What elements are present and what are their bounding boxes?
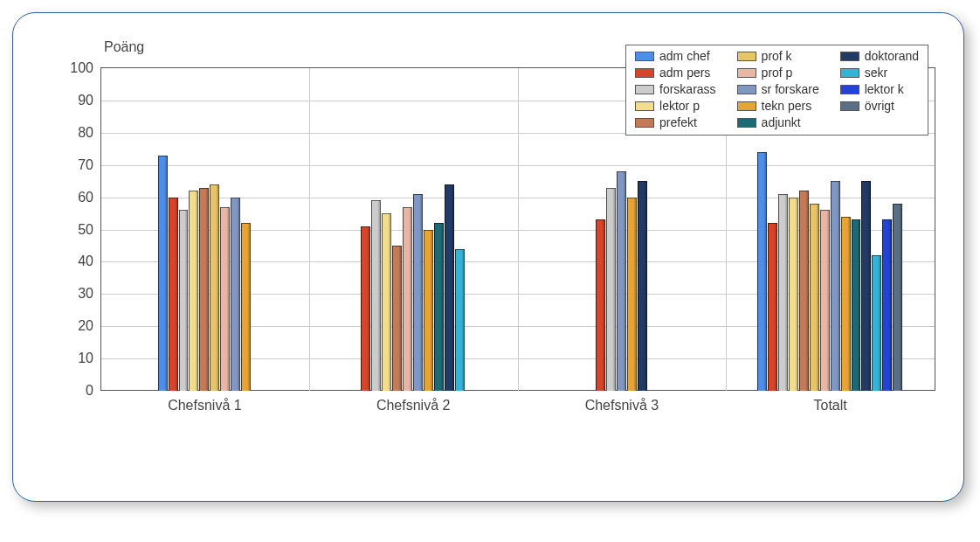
bar bbox=[617, 171, 626, 391]
legend-label: forskarass bbox=[659, 82, 716, 96]
bar bbox=[158, 156, 168, 391]
y-tick-label: 80 bbox=[55, 125, 93, 141]
legend-swatch bbox=[635, 85, 654, 94]
y-tick-label: 50 bbox=[55, 222, 93, 238]
bar bbox=[872, 255, 881, 391]
bar bbox=[220, 207, 230, 391]
page: adm chefadm persforskarasslektor pprefek… bbox=[0, 0, 980, 542]
legend-label: adm pers bbox=[659, 66, 710, 80]
legend-swatch bbox=[635, 68, 654, 78]
bar bbox=[189, 191, 198, 391]
legend-label: sr forskare bbox=[762, 82, 819, 96]
legend-swatch bbox=[737, 101, 756, 111]
y-tick-label: 0 bbox=[55, 383, 93, 399]
legend-label: övrigt bbox=[865, 99, 894, 113]
x-category-label: Chefsnivå 3 bbox=[585, 398, 659, 413]
legend-item: lektor k bbox=[840, 82, 919, 96]
legend-item: tekn pers bbox=[737, 99, 819, 113]
bar bbox=[778, 194, 788, 391]
legend-swatch bbox=[840, 85, 859, 94]
legend-item: övrigt bbox=[840, 99, 919, 113]
legend-item: prof p bbox=[737, 66, 819, 80]
legend-label: prefekt bbox=[659, 115, 697, 129]
y-tick-label: 30 bbox=[55, 286, 93, 302]
bar bbox=[831, 181, 840, 391]
bar bbox=[852, 219, 861, 391]
legend-label: lektor k bbox=[865, 82, 904, 96]
legend-item: adjunkt bbox=[737, 115, 819, 129]
bar bbox=[841, 217, 851, 391]
legend-item: lektor p bbox=[635, 99, 716, 113]
legend-label: lektor p bbox=[659, 99, 700, 113]
bar bbox=[434, 223, 444, 391]
bar bbox=[382, 213, 391, 391]
y-tick-label: 40 bbox=[55, 254, 93, 269]
legend-item: doktorand bbox=[840, 49, 919, 63]
bar bbox=[893, 204, 902, 391]
legend-swatch bbox=[737, 118, 756, 128]
legend-item: prof k bbox=[737, 49, 819, 63]
bar bbox=[210, 184, 219, 391]
bar bbox=[810, 204, 819, 391]
bar bbox=[820, 210, 830, 391]
bar bbox=[424, 230, 433, 392]
legend-swatch bbox=[737, 68, 756, 78]
bar bbox=[799, 191, 809, 391]
bar bbox=[241, 223, 251, 391]
x-category-label: Totalt bbox=[814, 398, 847, 413]
bar bbox=[371, 200, 381, 391]
bar bbox=[768, 223, 777, 391]
bar bbox=[231, 198, 240, 391]
bar bbox=[445, 184, 454, 391]
legend-item: adm pers bbox=[635, 66, 716, 80]
bar bbox=[169, 198, 178, 391]
y-tick-label: 60 bbox=[55, 190, 93, 205]
gridline-v bbox=[309, 68, 310, 391]
bar bbox=[455, 249, 465, 391]
y-tick-label: 100 bbox=[55, 60, 93, 76]
legend-label: adjunkt bbox=[762, 115, 801, 129]
bar bbox=[361, 226, 370, 391]
x-category-label: Chefsnivå 1 bbox=[168, 398, 242, 413]
x-category-label: Chefsnivå 2 bbox=[376, 398, 451, 413]
bar bbox=[757, 152, 767, 391]
legend-swatch bbox=[635, 101, 654, 111]
bar bbox=[606, 188, 616, 391]
legend-swatch bbox=[737, 52, 756, 61]
legend-swatch bbox=[840, 52, 859, 61]
bar bbox=[627, 198, 637, 391]
legend: adm chefadm persforskarasslektor pprefek… bbox=[625, 45, 928, 136]
bar bbox=[179, 210, 189, 391]
bar bbox=[413, 194, 423, 391]
legend-swatch bbox=[840, 101, 859, 111]
legend-swatch bbox=[840, 68, 859, 78]
bar bbox=[861, 181, 871, 391]
bar bbox=[403, 207, 412, 391]
legend-swatch bbox=[737, 85, 756, 94]
bar bbox=[596, 219, 605, 391]
legend-item: forskarass bbox=[635, 82, 716, 96]
legend-item: adm chef bbox=[635, 49, 716, 63]
chart-card: adm chefadm persforskarasslektor pprefek… bbox=[12, 12, 964, 502]
y-tick-label: 20 bbox=[55, 318, 93, 334]
bar bbox=[638, 181, 647, 391]
legend-label: tekn pers bbox=[762, 99, 812, 113]
gridline-v bbox=[518, 68, 519, 391]
bar bbox=[392, 246, 402, 391]
legend-swatch bbox=[635, 52, 654, 61]
legend-label: sekr bbox=[865, 66, 887, 80]
legend-label: adm chef bbox=[659, 49, 710, 63]
legend-label: prof k bbox=[762, 49, 792, 63]
legend-item: sekr bbox=[840, 66, 919, 80]
bar bbox=[882, 219, 892, 391]
legend-item: prefekt bbox=[635, 115, 716, 129]
y-tick-label: 90 bbox=[55, 93, 93, 108]
y-tick-label: 70 bbox=[55, 157, 93, 173]
legend-label: prof p bbox=[762, 66, 793, 80]
legend-label: doktorand bbox=[865, 49, 919, 63]
y-tick-label: 10 bbox=[55, 351, 93, 366]
bar bbox=[789, 198, 798, 391]
y-axis-label: Poäng bbox=[104, 39, 144, 55]
legend-swatch bbox=[635, 118, 654, 128]
legend-item: sr forskare bbox=[737, 82, 819, 96]
